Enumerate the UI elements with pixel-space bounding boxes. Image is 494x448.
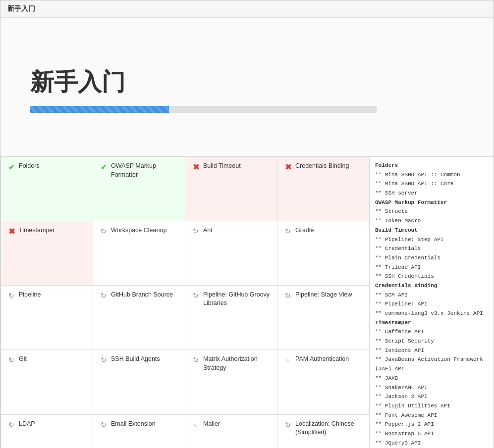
- cell-label: GitHub Branch Source: [111, 291, 173, 299]
- side-panel-item: ** SSH Credentials: [375, 272, 489, 281]
- side-panel-item: ** Trilead API: [375, 263, 489, 272]
- grid-section: ✔Folders✔OWASP Markup Formatter✖Build Ti…: [0, 156, 494, 448]
- x-icon: ✖: [283, 162, 292, 171]
- side-panel-item: ** SSH server: [375, 189, 489, 198]
- check-icon: ✔: [7, 162, 16, 171]
- grid-cell: ↻Localization: Chinese (Simplified): [277, 415, 370, 448]
- cell-label: Build Timeout: [203, 162, 241, 171]
- side-panel-item: Build Timeout: [375, 226, 489, 235]
- spinner-icon: ↻: [191, 355, 200, 364]
- side-panel-item: ** SnakeYAML API: [375, 383, 489, 393]
- cell-label: Workspace Cleanup: [111, 226, 166, 235]
- side-panel-item: ** Ionicons API: [375, 346, 489, 355]
- main-window: 新手入门 新手入门 ✔Folders✔OWASP Markup Formatte…: [0, 0, 494, 448]
- side-panel-item: ** JavaBeans Activation Framework (JAF) …: [375, 355, 489, 373]
- grid-cell: ✖Timestamper: [1, 221, 93, 285]
- cell-label: Matrix Authorization Strategy: [203, 355, 271, 372]
- spinner-icon: ↻: [283, 291, 292, 300]
- grid-cell: ↻SSH Build Agents: [93, 350, 185, 414]
- hero-section: 新手入门: [0, 18, 494, 156]
- grid-cell: ○Mailer: [185, 415, 277, 448]
- grid-cell: ↻Pipeline: [1, 286, 93, 350]
- cell-label: Localization: Chinese (Simplified): [295, 420, 363, 437]
- side-panel-item: ** Caffeine API: [375, 327, 489, 337]
- side-panel-item: ** Mina SSHD API :: Core: [375, 179, 489, 189]
- cell-label: Timestamper: [19, 226, 55, 235]
- side-panel-item: ** Bootstrap 5 API: [375, 429, 489, 439]
- progress-bar-container: [30, 106, 377, 113]
- window-title: 新手入门: [7, 4, 35, 12]
- side-panel-item: ** JQuery3 API: [375, 439, 489, 448]
- x-icon: ✖: [191, 162, 200, 171]
- check-icon: ✔: [99, 162, 108, 171]
- spinner-icon: ↻: [99, 227, 108, 236]
- progress-bar-fill: [30, 106, 169, 113]
- grid-cell: ↻Email Extension: [93, 415, 185, 448]
- grid-cell: ↻Workspace Cleanup: [93, 221, 185, 285]
- side-panel-item: ** Font Awesome API: [375, 411, 489, 420]
- spinner-icon: ↻: [7, 355, 16, 364]
- cell-label: Pipeline: Stage View: [295, 291, 352, 299]
- grid-cell: ✖Credentials Binding: [277, 157, 370, 221]
- grid-cell: ○PAM Authentication: [277, 350, 370, 414]
- grid-cell: ↻Pipeline: Stage View: [277, 286, 370, 350]
- side-panel-item: ** Token Macro: [375, 216, 489, 226]
- cell-label: Gradle: [295, 226, 314, 235]
- grid-cell: ↻GitHub Branch Source: [93, 286, 185, 350]
- grid-cell: ↻Git: [1, 350, 93, 414]
- side-panel-item: ** Credentials: [375, 244, 489, 253]
- side-panel-item: ** Jackson 2 API: [375, 392, 489, 401]
- cell-label: Email Extension: [111, 420, 156, 429]
- side-panel-item: ** JAXB: [375, 374, 489, 383]
- side-panel-item: ** Structs: [375, 207, 489, 216]
- spinner-icon: ↻: [283, 420, 292, 429]
- side-panel-item: ** Plugin Utilities API: [375, 401, 489, 411]
- grid-cell: ↻Matrix Authorization Strategy: [185, 350, 277, 414]
- side-panel-item: Folders: [375, 161, 489, 170]
- cell-label: PAM Authentication: [295, 355, 349, 364]
- cell-label: SSH Build Agents: [111, 355, 160, 364]
- plugin-grid: ✔Folders✔OWASP Markup Formatter✖Build Ti…: [0, 156, 370, 448]
- spinner-icon: ↻: [191, 227, 200, 236]
- side-panel-item: Timestamper: [375, 318, 489, 328]
- side-panel-item: ** Plain Credentials: [375, 253, 489, 263]
- spinner-icon: ↻: [99, 291, 108, 300]
- grid-cell: ↻Gradle: [277, 221, 370, 285]
- side-panel-item: ** SCM API: [375, 291, 489, 300]
- spinner-icon: ↻: [99, 420, 108, 429]
- cell-label: Git: [19, 355, 27, 364]
- grid-cell: ✖Build Timeout: [185, 157, 277, 221]
- grid-cell: ✔Folders: [1, 157, 93, 221]
- main-content: 新手入门 ✔Folders✔OWASP Markup Formatter✖Bui…: [0, 18, 494, 448]
- spinner-icon: ↻: [191, 291, 200, 300]
- side-panel-item: ** Popper.js 2 API: [375, 420, 489, 429]
- side-panel: Folders** Mina SSHD API :: Common** Mina…: [370, 156, 494, 448]
- circle-icon: ○: [283, 355, 292, 364]
- cell-label: OWASP Markup Formatter: [111, 162, 179, 179]
- cell-label: Folders: [19, 162, 40, 171]
- side-panel-item: Credentials Binding: [375, 281, 489, 291]
- spinner-icon: ↻: [99, 355, 108, 364]
- spinner-icon: ↻: [7, 291, 16, 300]
- cell-label: LDAP: [19, 420, 35, 429]
- cell-label: Ant: [203, 226, 213, 235]
- side-panel-item: ** Mina SSHD API :: Common: [375, 170, 489, 180]
- spinner-icon: ↻: [283, 227, 292, 236]
- cell-label: Credentials Binding: [295, 162, 349, 171]
- cell-label: Mailer: [203, 420, 220, 429]
- spinner-icon: ↻: [7, 420, 16, 429]
- grid-cell: ↻Pipeline: GitHub Groovy Libraries: [185, 286, 277, 350]
- side-panel-item: ** Pipeline: API: [375, 299, 489, 309]
- side-panel-item: ** Pipeline: Step API: [375, 235, 489, 245]
- grid-cell: ✔OWASP Markup Formatter: [93, 157, 185, 221]
- x-icon: ✖: [7, 227, 16, 236]
- side-panel-item: OWASP Markup Formatter: [375, 198, 489, 207]
- cell-label: Pipeline: GitHub Groovy Libraries: [203, 291, 271, 308]
- circle-icon: ○: [191, 420, 200, 429]
- cell-label: Pipeline: [19, 291, 41, 299]
- title-bar: 新手入门: [0, 0, 494, 18]
- grid-cell: ↻Ant: [185, 221, 277, 285]
- side-panel-item: ** Script Security: [375, 337, 489, 346]
- side-panel-item: ** commons-lang3 v3.x Jenkins API: [375, 309, 489, 318]
- grid-cell: ↻LDAP: [1, 415, 93, 448]
